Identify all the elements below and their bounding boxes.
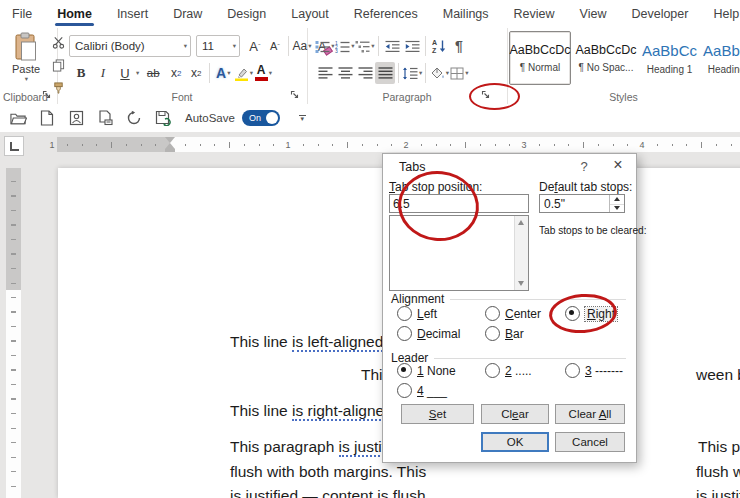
doc-text: This paragraph: [698, 438, 740, 455]
ribbon-tabs: FileHomeInsertDrawDesignLayoutReferences…: [0, 0, 740, 28]
alignment-fieldset: Alignment: [391, 292, 626, 306]
radio-label: Left: [417, 307, 437, 321]
clear-all-button[interactable]: Clear All: [555, 404, 625, 424]
radio-label: 3 -------: [585, 364, 623, 378]
radio-center[interactable]: Center: [485, 306, 541, 321]
radio-label: 2 .....: [505, 364, 532, 378]
grammar-underlined-text: is right-aligned: [292, 402, 393, 421]
tab-stop-selector[interactable]: [4, 136, 24, 156]
radio-label: Decimal: [417, 327, 460, 341]
chevron-down-icon: ▾: [25, 75, 28, 83]
alignment-options: LeftCenterRightDecimalBar: [389, 306, 632, 346]
radio-label: Center: [505, 307, 541, 321]
tab-layout[interactable]: Layout: [289, 2, 331, 27]
radio-circle-icon: [397, 383, 412, 398]
down-arrow-icon: [614, 206, 620, 210]
spinner-down-button[interactable]: [610, 204, 624, 213]
radio-label: Bar: [505, 327, 524, 341]
open-button[interactable]: [8, 108, 28, 128]
tabs-dialog: Tabs ? × Tab stop position: Default tab …: [382, 153, 637, 463]
dialog-title: Tabs: [399, 160, 425, 174]
radio-circle-icon: [485, 363, 500, 378]
open-folder-icon: [10, 111, 27, 126]
doc-line: This paragraph: [698, 438, 740, 456]
radio-leader-1-none[interactable]: 1 None: [397, 363, 456, 378]
radio-leader-2-dots[interactable]: 2 .....: [485, 363, 532, 378]
vruler-ticks: [11, 168, 16, 498]
tab-review[interactable]: Review: [512, 2, 557, 27]
radio-bar[interactable]: Bar: [485, 326, 524, 341]
tab-stop-position-input[interactable]: [389, 194, 529, 213]
cancel-button[interactable]: Cancel: [555, 432, 625, 452]
radio-decimal[interactable]: Decimal: [397, 326, 460, 341]
radio-circle-icon: [565, 306, 580, 321]
tab-design[interactable]: Design: [225, 2, 268, 27]
grammar-underlined-text: is left-aligned: [292, 333, 383, 352]
tab-help[interactable]: Help: [711, 2, 740, 27]
left-tab-icon: [10, 142, 19, 151]
tab-file[interactable]: File: [10, 2, 34, 27]
radio-circle-icon: [397, 326, 412, 341]
radio-label: 4 ___: [417, 384, 447, 398]
paste-icon: [13, 32, 39, 62]
ok-button[interactable]: OK: [481, 432, 549, 452]
doc-text: — content is flush: [298, 487, 426, 498]
default-tab-stops-label: Default tab stops:: [539, 180, 632, 194]
alignment-label: Alignment: [391, 292, 444, 306]
clipboard-group: Paste ▾: [0, 28, 58, 104]
tab-home[interactable]: Home: [55, 2, 94, 27]
leader-options: 1 None2 .....3 -------4 ___: [389, 363, 632, 403]
tab-draw[interactable]: Draw: [171, 2, 204, 27]
doc-text: flush with both margins. This: [230, 463, 426, 480]
doc-line: flush with both margins. This: [230, 463, 426, 481]
doc-text: This line: [230, 333, 292, 350]
up-arrow-icon: [614, 197, 620, 201]
tab-mailings[interactable]: Mailings: [441, 2, 491, 27]
default-tab-stops-value: 0.5": [544, 197, 565, 211]
paste-label: Paste: [12, 63, 40, 75]
doc-line: ween both mar: [696, 366, 740, 384]
doc-text: This line: [230, 402, 292, 419]
set-button[interactable]: Set: [401, 404, 474, 424]
radio-label: Right: [585, 307, 617, 321]
paste-button[interactable]: Paste ▾: [5, 32, 47, 94]
dialog-close-button[interactable]: ×: [607, 156, 629, 174]
radio-circle-icon: [565, 363, 580, 378]
radio-circle-icon: [397, 363, 412, 378]
radio-left[interactable]: Left: [397, 306, 437, 321]
clear-button[interactable]: Clear: [481, 404, 549, 424]
scroll-down-icon: [518, 281, 524, 286]
vertical-ruler[interactable]: [6, 168, 21, 498]
radio-circle-icon: [485, 306, 500, 321]
doc-text: ween both mar: [696, 366, 740, 383]
tab-stops-listbox[interactable]: [389, 215, 529, 291]
clipboard-dialog-launcher[interactable]: [42, 90, 54, 102]
dialog-help-button[interactable]: ?: [575, 159, 593, 174]
grammar-underlined-text: is justified: [230, 487, 298, 498]
tab-stops-cleared-label: Tab stops to be cleared:: [539, 224, 646, 236]
listbox-scrollbar[interactable]: [514, 216, 528, 290]
doc-text: This paragraph: [230, 438, 339, 455]
doc-line: is justified — content is flush: [230, 487, 426, 498]
scroll-up-icon: [518, 220, 524, 225]
word-window: { "ribbon_tabs": { "items": [ {"label":"…: [0, 0, 740, 498]
tab-stop-position-label: Tab stop position:: [389, 180, 482, 194]
doc-line: flush with both: [696, 463, 740, 481]
radio-circle-icon: [397, 306, 412, 321]
doc-line: is justified — c: [696, 487, 740, 498]
ruler-number: 1: [49, 140, 54, 150]
grammar-underlined-text: is justified: [696, 487, 740, 498]
radio-leader-3-dashes[interactable]: 3 -------: [565, 363, 623, 378]
tab-developer[interactable]: Developer: [629, 2, 690, 27]
new-document-button[interactable]: [37, 108, 57, 128]
tab-view[interactable]: View: [578, 2, 609, 27]
radio-right[interactable]: Right: [565, 306, 617, 321]
radio-leader-4-underline[interactable]: 4 ___: [397, 383, 447, 398]
radio-circle-icon: [485, 326, 500, 341]
tab-insert[interactable]: Insert: [115, 2, 150, 27]
default-tab-stops-spinner[interactable]: 0.5": [539, 194, 625, 213]
radio-label: 1 None: [417, 364, 456, 378]
new-document-icon: [40, 110, 54, 126]
doc-text: flush with both: [696, 463, 740, 480]
tab-references[interactable]: References: [352, 2, 420, 27]
